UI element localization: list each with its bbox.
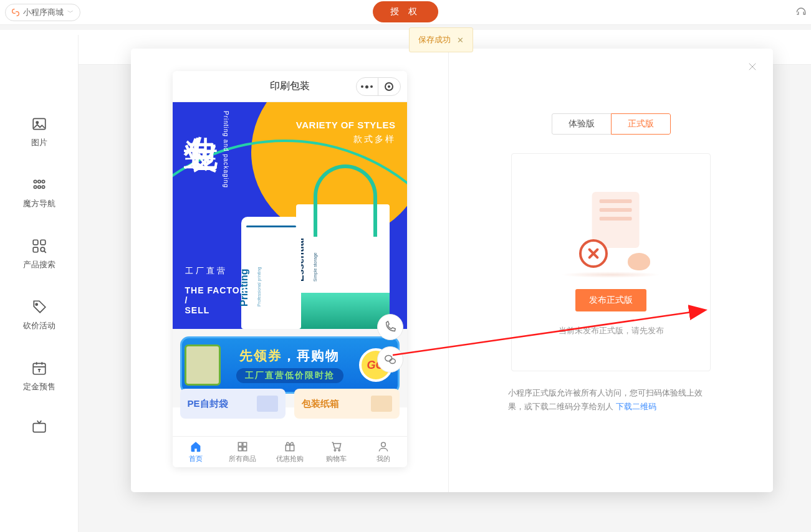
grid-icon [31, 177, 47, 193]
more-icon[interactable] [357, 78, 379, 95]
hero-en-vertical: Printing and packaging [223, 111, 229, 188]
svg-point-7 [42, 186, 44, 188]
tab-label: 首页 [189, 454, 203, 463]
publish-description: 小程序正式版允许被所有人访问，您可扫码体验线上效果，或下载二维码分享给别人 下载… [508, 386, 714, 414]
hero-slash: / [185, 295, 253, 305]
svg-rect-9 [41, 240, 46, 245]
leaf-icon [181, 340, 224, 391]
card-pe-bag[interactable]: PE自封袋 [180, 389, 286, 419]
svg-point-24 [382, 442, 386, 447]
tab-home[interactable]: 首页 [173, 437, 219, 467]
phone-call-button[interactable] [377, 314, 403, 340]
sidebar-item-image[interactable]: 图片 [14, 116, 64, 148]
coupon-line1a: 先领券 [239, 348, 282, 363]
coupon-line1: 先领券，再购物 [239, 347, 340, 364]
wechat-icon [383, 353, 397, 366]
sidebar-item-label: 定金预售 [23, 381, 55, 392]
publish-hint: 当前未发布正式版，请先发布 [559, 325, 664, 336]
tab-label: 优惠抢购 [276, 454, 304, 463]
sidebar-item-label: 产品搜索 [23, 259, 55, 270]
hero-direct: 工厂直营 [185, 265, 253, 277]
tab-cart[interactable]: 购物车 [313, 437, 360, 467]
hero-lowtext: 工厂直营 THE FACTORY / SELL [185, 265, 253, 315]
left-sidebar: 图片 魔方导航 产品搜索 砍价活动 定金预售 [0, 35, 79, 532]
tab-label: 我的 [377, 454, 390, 463]
grid-icon [236, 440, 249, 453]
hero-cn-vertical: 专业包装 [183, 107, 220, 112]
hero-topright: VARIETY OF STYLES 款式多样 [296, 120, 396, 145]
tab-label: 购物车 [326, 454, 347, 463]
sidebar-item-label: 魔方导航 [23, 198, 55, 209]
close-modal-button[interactable] [747, 61, 758, 75]
svg-rect-18 [243, 442, 247, 446]
svg-point-23 [338, 450, 340, 452]
float-icons [377, 314, 403, 373]
sidebar-item-product-search[interactable]: 产品搜索 [14, 238, 64, 270]
authorize-label: 授 权 [390, 6, 421, 16]
svg-point-5 [34, 186, 36, 188]
category-cards: PE自封袋 包装纸箱 [180, 389, 400, 419]
tab-label: 所有商品 [229, 454, 256, 463]
tab-mine[interactable]: 我的 [360, 437, 406, 467]
close-icon [747, 61, 758, 72]
coupon-line2: 工厂直营低价限时抢 [236, 368, 343, 383]
support-icon[interactable] [795, 5, 807, 20]
svg-rect-0 [33, 118, 46, 129]
tab-bar: 首页 所有商品 优惠抢购 购物车 我的 [173, 436, 407, 467]
publish-box: 发布正式版 当前未发布正式版，请先发布 [511, 153, 711, 371]
phone-header: 印刷包装 [173, 71, 407, 102]
svg-rect-8 [33, 240, 38, 245]
seg-release[interactable]: 正式版 [611, 113, 671, 135]
svg-point-15 [385, 356, 391, 361]
card-label: 包装纸箱 [302, 398, 339, 410]
authorize-button[interactable]: 授 权 [373, 1, 439, 22]
hero-banner[interactable]: 专业包装 Printing and packaging VARIETY OF S… [173, 102, 407, 329]
card-label: PE自封袋 [188, 398, 228, 410]
download-qr-link[interactable]: 下载二维码 [616, 402, 656, 411]
sidebar-item-cube-nav[interactable]: 魔方导航 [14, 177, 64, 209]
hero-sell: SELL [185, 305, 253, 315]
coupon-line1b: ，再购物 [282, 348, 340, 363]
card-thumb [257, 396, 278, 412]
svg-point-1 [36, 121, 38, 123]
publish-desc-text: 小程序正式版允许被所有人访问，您可扫码体验线上效果，或下载二维码分享给别人 [508, 388, 703, 411]
svg-rect-17 [239, 442, 242, 446]
capsule-buttons[interactable] [356, 77, 401, 96]
svg-point-12 [36, 303, 37, 305]
miniprogram-icon [11, 7, 21, 17]
sidebar-item-label: 图片 [31, 137, 47, 148]
gift-icon [284, 440, 296, 453]
save-toast: 保存成功 ✕ [409, 27, 473, 52]
sidebar-item-presale[interactable]: 定金预售 [14, 360, 64, 392]
close-icon[interactable]: ✕ [457, 36, 464, 45]
tab-products[interactable]: 所有商品 [219, 437, 266, 467]
phone-title: 印刷包装 [270, 80, 310, 93]
svg-point-22 [334, 450, 336, 452]
bag-sub: Simple storage [313, 252, 317, 282]
close-program-icon[interactable] [378, 78, 400, 95]
publish-modal: 印刷包装 专业包装 Printing and packaging VARIETY… [131, 49, 773, 492]
coupon-banner[interactable]: 先领券，再购物 工厂直营低价限时抢 GO [180, 336, 400, 394]
tab-deals[interactable]: 优惠抢购 [266, 437, 313, 467]
svg-point-2 [34, 180, 36, 183]
empty-state-illustration [564, 188, 658, 275]
wechat-button[interactable] [377, 346, 403, 373]
card-box[interactable]: 包装纸箱 [294, 389, 400, 419]
tv-icon [31, 419, 47, 435]
image-icon [31, 116, 47, 132]
sidebar-item-bargain[interactable]: 砍价活动 [14, 299, 64, 331]
svg-point-16 [390, 359, 395, 363]
tag-icon [31, 299, 47, 315]
publish-release-button[interactable]: 发布正式版 [575, 289, 646, 311]
svg-rect-20 [243, 447, 247, 451]
svg-rect-14 [33, 424, 46, 432]
preview-pane: 印刷包装 专业包装 Printing and packaging VARIETY… [131, 49, 449, 492]
svg-point-11 [41, 247, 45, 252]
app-dropdown[interactable]: 小程序商城 ﹀ [5, 4, 80, 21]
sidebar-item-video[interactable] [14, 419, 64, 435]
seg-trial[interactable]: 体验版 [552, 113, 611, 135]
calendar-money-icon [31, 360, 47, 376]
hero-topright-en: VARIETY OF STYLES [296, 120, 396, 130]
hero-topright-cn: 款式多样 [296, 134, 396, 145]
error-icon [579, 239, 608, 268]
